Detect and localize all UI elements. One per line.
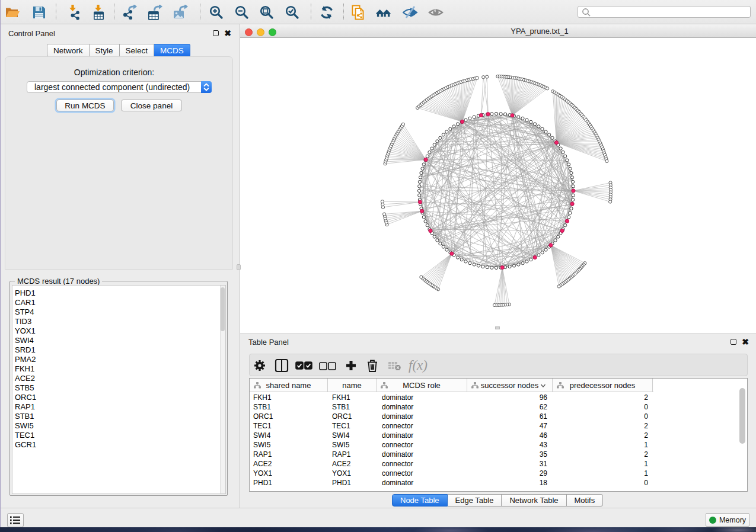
svg-text:f(x): f(x): [409, 358, 428, 373]
